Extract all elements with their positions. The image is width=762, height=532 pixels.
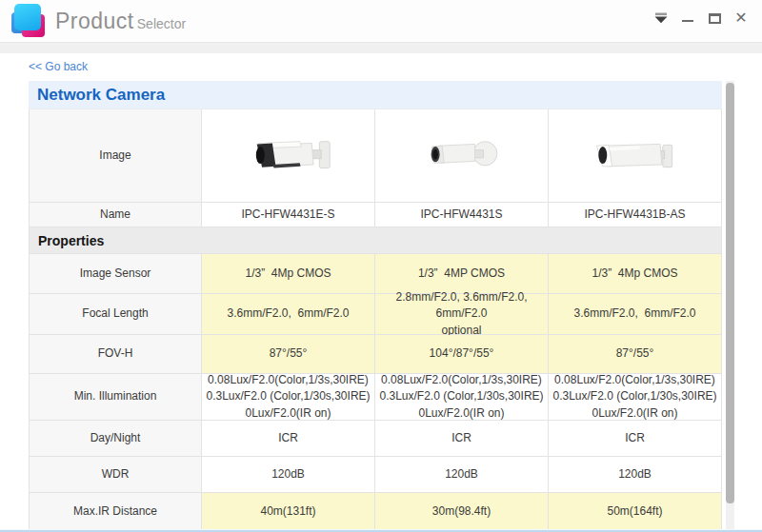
min-illumination-value-3: 0.08Lux/F2.0(Color,1/3s,30IRE) 0.3Lux/F2… — [549, 374, 722, 421]
table-row-min-illumination: Min. Illumination 0.08Lux/F2.0(Color,1/3… — [29, 374, 722, 421]
fov-h-value-1: 87°/55° — [202, 335, 375, 374]
comparison-table: Image — [29, 108, 722, 530]
table-row-max-ir-distance: Max.IR Distance 40m(131ft) 30m(98.4ft) 5… — [29, 493, 722, 530]
row-label-name: Name — [29, 203, 202, 227]
min-illumination-value-1: 0.08Lux/F2.0(Color,1/3s,30IRE) 0.3Lux/F2… — [202, 374, 375, 421]
row-label-wdr: WDR — [29, 457, 202, 493]
image-sensor-value-1: 1/3” 4Mp CMOS — [202, 254, 375, 294]
table-row-focal-length: Focal Length 3.6mm/F2.0, 6mm/F2.0 2.8mm/… — [29, 294, 722, 335]
max-ir-distance-value-2: 30m(98.4ft) — [375, 493, 549, 530]
min-illumination-value-2: 0.08Lux/F2.0(Color,1/3s,30IRE) 0.3Lux/F2… — [375, 374, 549, 421]
table-row-day-night: Day/Night ICR ICR ICR — [29, 421, 722, 457]
scrollbar-thumb[interactable] — [726, 83, 734, 503]
row-label-min-illumination: Min. Illumination — [29, 374, 202, 421]
table-row-wdr: WDR 120dB 120dB 120dB — [29, 457, 722, 493]
table-row-fov-h: FOV-H 87°/55° 104°/87°/55° 87°/55° — [29, 335, 722, 374]
bullet-camera-icon-1 — [232, 130, 345, 182]
app-logo-icon — [11, 4, 48, 40]
row-label-fov-h: FOV-H — [29, 335, 202, 374]
logo-cyan-square — [14, 4, 41, 30]
image-sensor-value-2: 1/3” 4MP CMOS — [375, 254, 549, 294]
app-title-primary: Product — [55, 9, 134, 33]
menu-arrow-icon[interactable] — [652, 9, 671, 28]
product-name-2: IPC-HFW4431S — [375, 203, 549, 227]
row-label-max-ir-distance: Max.IR Distance — [29, 493, 202, 530]
product-name-1: IPC-HFW4431E-S — [202, 203, 375, 227]
max-ir-distance-value-3: 50m(164ft) — [549, 493, 722, 530]
product-name-3: IPC-HFW4431B-AS — [549, 203, 722, 227]
table-row-image-sensor: Image Sensor 1/3” 4Mp CMOS 1/3” 4MP CMOS… — [29, 254, 722, 294]
day-night-value-2: ICR — [375, 421, 549, 457]
product-image-2 — [375, 109, 549, 203]
window-controls: ✕ — [652, 9, 751, 28]
fov-h-value-2: 104°/87°/55° — [375, 335, 549, 374]
day-night-value-3: ICR — [549, 421, 722, 457]
product-image-3 — [549, 109, 722, 203]
close-button[interactable]: ✕ — [732, 9, 751, 28]
app-title: ProductSelector — [55, 9, 186, 34]
maximize-icon — [709, 13, 721, 24]
maximize-button[interactable] — [705, 9, 724, 28]
row-label-image-sensor: Image Sensor — [29, 254, 202, 294]
titlebar-separator — [0, 42, 762, 53]
max-ir-distance-value-1: 40m(131ft) — [202, 493, 375, 530]
row-label-image: Image — [29, 109, 202, 203]
minimize-icon — [682, 20, 693, 22]
wdr-value-1: 120dB — [202, 457, 375, 493]
bullet-camera-icon-3 — [579, 130, 692, 182]
day-night-value-1: ICR — [202, 421, 375, 457]
focal-length-value-3: 3.6mm/F2.0, 6mm/F2.0 — [549, 294, 722, 335]
close-icon: ✕ — [734, 10, 747, 26]
row-label-day-night: Day/Night — [29, 421, 202, 457]
minimize-button[interactable] — [678, 9, 697, 28]
titlebar: ProductSelector ✕ — [0, 0, 762, 42]
wdr-value-2: 120dB — [375, 457, 549, 493]
product-image-1 — [202, 109, 375, 203]
vertical-scrollbar[interactable] — [726, 81, 734, 529]
go-back-link[interactable]: << Go back — [29, 60, 88, 73]
properties-section-header: Properties — [29, 227, 722, 254]
table-row-image: Image — [29, 109, 722, 203]
image-sensor-value-3: 1/3” 4Mp CMOS — [549, 254, 722, 294]
section-title: Network Camera — [29, 81, 722, 108]
table-row-name: Name IPC-HFW4431E-S IPC-HFW4431S IPC-HFW… — [29, 203, 722, 227]
wdr-value-3: 120dB — [549, 457, 722, 493]
app-title-secondary: Selector — [137, 16, 186, 31]
bullet-camera-icon-2 — [406, 130, 518, 182]
focal-length-value-1: 3.6mm/F2.0, 6mm/F2.0 — [202, 294, 375, 335]
fov-h-value-3: 87°/55° — [549, 335, 722, 374]
row-label-focal-length: Focal Length — [29, 294, 202, 335]
focal-length-value-2: 2.8mm/F2.0, 3.6mm/F2.0, 6mm/F2.0 optiona… — [375, 294, 549, 335]
